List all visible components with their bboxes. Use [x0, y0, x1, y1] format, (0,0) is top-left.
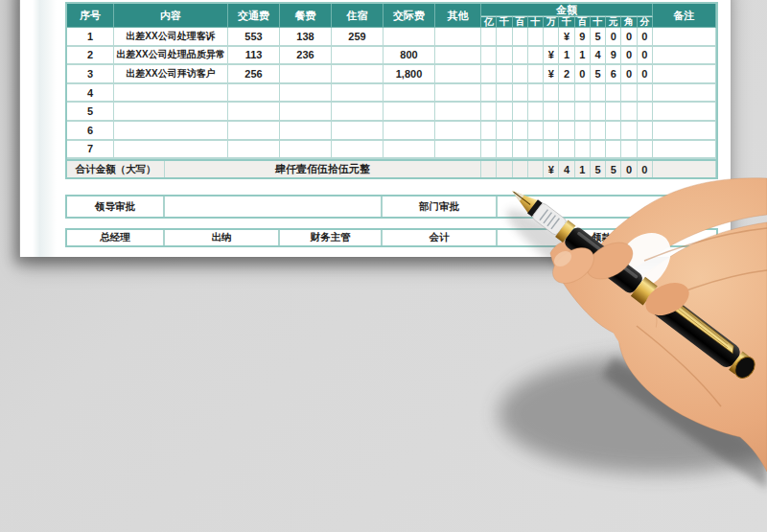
row-number-cell[interactable]: 4 [67, 84, 114, 104]
amount-digit-cell[interactable] [638, 103, 653, 122]
amount-digit-cell[interactable] [544, 141, 559, 160]
amount-digit-cell[interactable] [513, 141, 528, 160]
amount-digit-cell[interactable] [481, 28, 497, 47]
amount-digit-cell[interactable]: 0 [638, 65, 653, 84]
amount-digit-cell[interactable] [638, 141, 653, 160]
amount-digit-cell[interactable]: 9 [606, 47, 621, 66]
amount-digit-cell[interactable] [497, 103, 512, 122]
data-cell-content[interactable]: 出差XX公司处理品质异常 [114, 47, 228, 66]
amount-digit-cell[interactable]: 0 [575, 65, 591, 84]
amount-digit-cell[interactable]: 9 [575, 28, 591, 47]
amount-digit-cell[interactable] [575, 122, 591, 141]
data-cell-transport[interactable] [228, 141, 280, 160]
remark-cell[interactable] [653, 84, 716, 104]
amount-digit-cell[interactable]: 0 [606, 28, 621, 47]
amount-digit-cell[interactable]: ¥ [559, 28, 574, 47]
amount-digit-cell[interactable]: ¥ [544, 47, 559, 66]
row-number-cell[interactable]: 6 [67, 122, 114, 141]
amount-digit-cell[interactable] [481, 103, 497, 122]
amount-digit-cell[interactable]: 4 [591, 47, 606, 66]
data-cell-other[interactable] [435, 84, 481, 104]
amount-digit-cell[interactable] [621, 141, 637, 160]
row-number-cell[interactable]: 3 [67, 65, 114, 84]
data-cell-content[interactable] [114, 122, 228, 141]
remark-cell[interactable] [653, 28, 716, 47]
amount-digit-cell[interactable] [528, 65, 544, 84]
amount-digit-cell[interactable] [544, 122, 559, 141]
data-cell-social[interactable] [384, 103, 435, 122]
data-cell-content[interactable] [114, 84, 228, 104]
data-cell-meal[interactable]: 138 [280, 28, 332, 47]
amount-digit-cell[interactable] [591, 122, 606, 141]
amount-digit-cell[interactable] [559, 84, 574, 104]
remark-cell[interactable] [653, 47, 716, 66]
amount-digit-cell[interactable] [481, 122, 497, 141]
data-cell-meal[interactable] [280, 122, 332, 141]
data-cell-lodging[interactable]: 259 [332, 28, 384, 47]
amount-digit-cell[interactable] [528, 28, 544, 47]
amount-digit-cell[interactable] [497, 122, 512, 141]
data-cell-other[interactable] [435, 28, 481, 47]
amount-digit-cell[interactable] [481, 47, 497, 66]
row-number-cell[interactable]: 5 [67, 103, 114, 122]
data-cell-meal[interactable] [280, 84, 332, 104]
amount-digit-cell[interactable] [497, 47, 512, 66]
data-cell-transport[interactable]: 553 [228, 28, 280, 47]
data-cell-transport[interactable]: 113 [228, 47, 280, 66]
data-cell-meal[interactable] [280, 103, 332, 122]
amount-digit-cell[interactable]: 1 [559, 47, 574, 66]
amount-digit-cell[interactable] [513, 103, 528, 122]
data-cell-social[interactable] [384, 28, 435, 47]
amount-digit-cell[interactable] [621, 122, 637, 141]
amount-digit-cell[interactable] [606, 103, 621, 122]
amount-digit-cell[interactable] [606, 141, 621, 160]
amount-digit-cell[interactable] [638, 122, 653, 141]
data-cell-transport[interactable]: 256 [228, 65, 280, 84]
amount-digit-cell[interactable] [513, 28, 528, 47]
amount-digit-cell[interactable]: 1 [575, 47, 591, 66]
amount-digit-cell[interactable] [513, 65, 528, 84]
data-cell-lodging[interactable] [332, 122, 384, 141]
amount-digit-cell[interactable] [528, 122, 544, 141]
amount-digit-cell[interactable] [528, 103, 544, 122]
data-cell-lodging[interactable] [332, 84, 384, 104]
amount-digit-cell[interactable] [528, 141, 544, 160]
amount-digit-cell[interactable] [513, 47, 528, 66]
amount-digit-cell[interactable] [575, 103, 591, 122]
data-cell-lodging[interactable] [332, 103, 384, 122]
amount-digit-cell[interactable]: 5 [591, 28, 606, 47]
data-cell-social[interactable]: 800 [384, 47, 435, 66]
data-cell-other[interactable] [435, 103, 481, 122]
amount-digit-cell[interactable] [513, 122, 528, 141]
data-cell-other[interactable] [435, 47, 481, 66]
data-cell-meal[interactable] [280, 141, 332, 160]
amount-digit-cell[interactable] [528, 47, 544, 66]
data-cell-social[interactable] [384, 122, 435, 141]
amount-digit-cell[interactable]: 0 [621, 47, 637, 66]
amount-digit-cell[interactable]: 0 [638, 47, 653, 66]
remark-cell[interactable] [653, 141, 716, 160]
amount-digit-cell[interactable] [481, 84, 497, 104]
data-cell-transport[interactable] [228, 84, 280, 104]
amount-digit-cell[interactable] [544, 28, 559, 47]
data-cell-social[interactable] [384, 84, 435, 104]
data-cell-other[interactable] [435, 141, 481, 160]
data-cell-content[interactable]: 出差XX公司处理客诉 [114, 28, 228, 47]
leader-approval-field[interactable] [165, 197, 383, 217]
amount-digit-cell[interactable]: 0 [638, 28, 653, 47]
data-cell-lodging[interactable] [332, 141, 384, 160]
amount-digit-cell[interactable] [606, 122, 621, 141]
department-approval-field[interactable] [498, 197, 716, 217]
amount-digit-cell[interactable]: 0 [621, 28, 637, 47]
amount-digit-cell[interactable]: 0 [621, 65, 637, 84]
amount-digit-cell[interactable] [606, 84, 621, 104]
data-cell-content[interactable] [114, 103, 228, 122]
amount-digit-cell[interactable]: ¥ [544, 65, 559, 84]
amount-digit-cell[interactable] [621, 103, 637, 122]
data-cell-transport[interactable] [228, 103, 280, 122]
amount-digit-cell[interactable] [559, 141, 574, 160]
row-number-cell[interactable]: 7 [67, 141, 114, 160]
amount-digit-cell[interactable] [497, 65, 512, 84]
data-cell-other[interactable] [435, 65, 481, 84]
row-number-cell[interactable]: 2 [67, 47, 114, 66]
